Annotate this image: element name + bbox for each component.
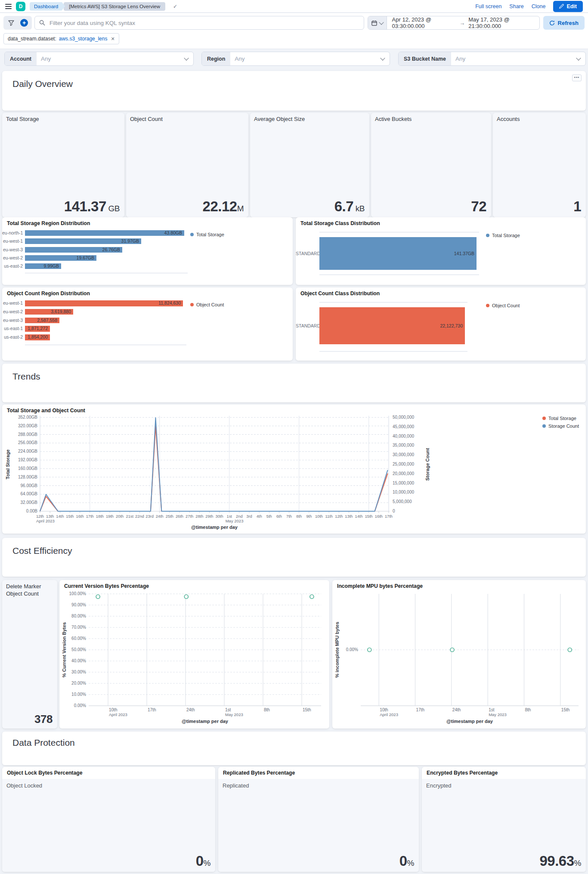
metric-body: Replicated 0%: [218, 779, 419, 872]
filter-pill-datastream[interactable]: data_stream.dataset: aws.s3_storage_lens…: [3, 33, 119, 44]
share-button[interactable]: Share: [509, 3, 523, 9]
current-version-scatter-chart[interactable]: 0.00%10.00%20.00%30.00%40.00%50.00%60.00…: [59, 580, 329, 729]
top-navigation-bar: D Dashboard [Metrics AWS] S3 Storage Len…: [0, 0, 588, 13]
bar-value-label: 9.99GB: [43, 263, 59, 269]
bar-value-label: 3,619,880: [51, 309, 71, 315]
bar[interactable]: 22,122,730: [319, 307, 465, 344]
category-label: eu-west-3: [2, 318, 23, 324]
svg-text:2nd: 2nd: [236, 514, 243, 519]
breadcrumb-current-page: [Metrics AWS] S3 Storage Lens Overview: [64, 2, 165, 11]
svg-text:60.00%: 60.00%: [71, 636, 86, 641]
bar-value-label: 19.67GB: [77, 255, 94, 261]
x-axis-line: [25, 273, 188, 273]
svg-text:12th: 12th: [335, 514, 343, 519]
svg-text:8th: 8th: [525, 707, 531, 712]
full-screen-button[interactable]: Full screen: [475, 3, 501, 9]
bar[interactable]: 19.67GB: [25, 255, 96, 261]
svg-text:64.00GB: 64.00GB: [21, 491, 38, 496]
x-axis-line: [25, 345, 186, 345]
date-range-start[interactable]: Apr 12, 2023 @ 03:30:00.000: [392, 16, 456, 29]
bar[interactable]: 1,854,200: [25, 334, 50, 340]
bar[interactable]: 2,587,558: [25, 318, 59, 324]
svg-text:10th: 10th: [109, 707, 117, 712]
svg-text:224.00GB: 224.00GB: [18, 449, 37, 454]
bar[interactable]: 3,619,880: [25, 309, 73, 315]
svg-text:0.00%: 0.00%: [346, 647, 358, 652]
metric-card-accounts: Accounts 1: [493, 113, 586, 217]
svg-text:10th: 10th: [380, 707, 388, 712]
svg-text:256.00GB: 256.00GB: [18, 440, 37, 445]
svg-text:12th: 12th: [36, 514, 44, 519]
section-panel-trends: Trends: [2, 364, 586, 402]
bar-value-label: 1,854,200: [28, 334, 48, 340]
refresh-button[interactable]: Refresh: [543, 16, 585, 30]
bar[interactable]: 141.37GB: [319, 237, 477, 270]
chart-panel-incomplete-mpu-bytes: Incomplete MPU bytes Percentage 0.00%10t…: [332, 580, 586, 729]
metric-card-average-object-size: Average Object Size 6.7 kB: [250, 113, 369, 217]
breadcrumb-dashboard[interactable]: Dashboard: [30, 2, 65, 11]
svg-text:100.00%: 100.00%: [69, 591, 87, 596]
refresh-icon: [549, 20, 555, 26]
svg-text:24th: 24th: [452, 707, 461, 712]
hbar-chart: eu-north-143.80GBeu-west-131.97GBeu-west…: [2, 217, 293, 285]
control-account-label: Account: [5, 52, 37, 65]
trends-line-chart[interactable]: 0.00B32.00GB64.00GB96.00GB128.00GB160.00…: [2, 405, 586, 534]
metric-label: Encrypted: [426, 782, 452, 789]
chevron-down-icon: [380, 56, 385, 60]
svg-text:17th: 17th: [416, 707, 424, 712]
svg-text:5th: 5th: [266, 514, 272, 519]
svg-text:30th: 30th: [216, 514, 223, 519]
metric-card-encrypted: Encrypted Bytes Percentage Encrypted 99.…: [422, 767, 586, 872]
hbar-chart: STANDARD22,122,730: [296, 287, 586, 361]
metric-card-total-storage: Total Storage 141.37 GB: [2, 113, 124, 217]
filter-funnel-icon[interactable]: [5, 17, 17, 29]
bar[interactable]: 11,824,630: [25, 300, 183, 306]
edit-button[interactable]: Edit: [553, 1, 583, 12]
svg-text:288.00GB: 288.00GB: [18, 432, 37, 437]
clone-button[interactable]: Clone: [532, 3, 546, 9]
svg-text:17th: 17th: [86, 514, 94, 519]
kql-search-input[interactable]: [49, 19, 359, 27]
svg-text:% Current Version Bytes: % Current Version Bytes: [62, 622, 67, 677]
svg-text:35,000,000: 35,000,000: [393, 443, 414, 448]
category-label: eu-north-1: [2, 230, 23, 236]
bar[interactable]: 9.99GB: [25, 263, 61, 269]
svg-text:11th: 11th: [325, 514, 332, 519]
bar[interactable]: 31.97GB: [25, 238, 141, 244]
section-panel-cost-efficiency: Cost Efficiency: [2, 538, 586, 577]
metric-value: 0%: [196, 853, 210, 869]
menu-icon[interactable]: [5, 4, 12, 9]
control-region[interactable]: Region Any: [201, 52, 390, 66]
bar[interactable]: 1,871,272: [25, 326, 50, 332]
svg-text:15th: 15th: [303, 707, 311, 712]
svg-text:8th: 8th: [264, 707, 270, 712]
svg-text:14th: 14th: [355, 514, 363, 519]
chart-title: Object Lock Bytes Percentage: [7, 770, 82, 776]
metric-body: Object Locked 0%: [2, 779, 215, 872]
metric-card-delete-marker: Delete Marker Object Count 378: [2, 580, 57, 729]
chart-panel-current-version-bytes: Current Version Bytes Percentage 0.00%10…: [59, 580, 329, 729]
panel-options-icon[interactable]: •••: [572, 74, 582, 81]
kql-search-bar[interactable]: [34, 16, 364, 30]
svg-text:7th: 7th: [286, 514, 292, 519]
bar[interactable]: 26.76GB: [25, 247, 122, 253]
control-s3-bucket-name[interactable]: S3 Bucket Name Any: [398, 52, 586, 66]
metric-label: Object Locked: [6, 782, 42, 789]
control-region-label: Region: [202, 52, 230, 65]
svg-text:@timestamp per day: @timestamp per day: [182, 719, 229, 724]
calendar-menu-button[interactable]: [368, 16, 387, 29]
metric-value: 378: [34, 713, 53, 726]
add-filter-icon[interactable]: +: [18, 17, 30, 29]
bar[interactable]: 43.80GB: [25, 230, 184, 236]
svg-text:9th: 9th: [306, 514, 312, 519]
chart-panel-trends: Total Storage and Object Count Total Sto…: [2, 405, 586, 534]
control-account[interactable]: Account Any: [4, 52, 194, 66]
remove-filter-icon[interactable]: ✕: [111, 36, 115, 42]
metric-label: Object Count: [130, 116, 166, 123]
section-panel-data-protection: Data Protection: [2, 732, 586, 765]
svg-text:30,000,000: 30,000,000: [393, 452, 414, 457]
svg-text:27th: 27th: [186, 514, 193, 519]
space-avatar[interactable]: D: [16, 2, 25, 11]
incomplete-mpu-scatter-chart[interactable]: 0.00%10th17th24th1st8th15thApril 2023May…: [332, 580, 586, 729]
date-range-end[interactable]: May 17, 2023 @ 21:30:00.000: [468, 16, 534, 29]
